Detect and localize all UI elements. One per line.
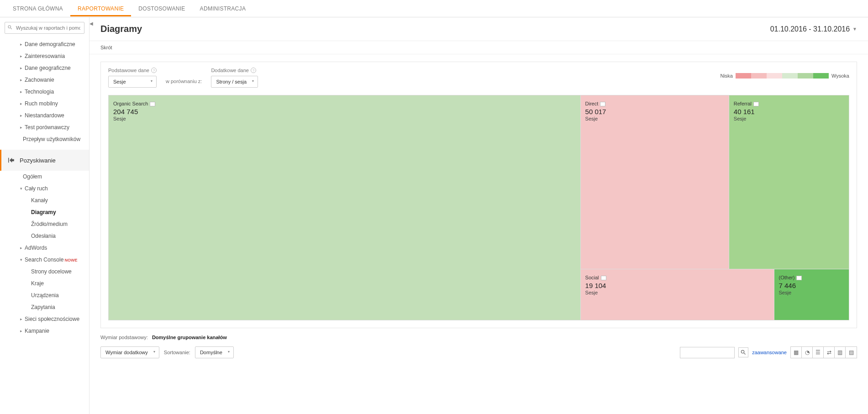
nav-reporting[interactable]: RAPORTOWANIE <box>70 1 131 16</box>
nav-home[interactable]: STRONA GŁÓWNA <box>5 1 70 16</box>
sidebar-item-landing-pages[interactable]: Strony docelowe <box>0 266 89 278</box>
sidebar-item-custom[interactable]: Niestandardowe <box>0 110 89 121</box>
treemap-chart: Organic Search 204 745 Sesje Direct 50 0… <box>108 95 849 320</box>
primary-metric-label: Podstawowe dane ? <box>108 68 157 73</box>
color-legend: Niska Wysoka <box>720 73 849 82</box>
view-mode-buttons: ▦ ◔ ☰ ⇄ ▥ ▤ <box>790 346 857 358</box>
search-button[interactable] <box>738 347 748 357</box>
filter-input[interactable] <box>680 347 735 358</box>
sidebar-item-referrals[interactable]: Odesłania <box>0 230 89 242</box>
sidebar-item-queries[interactable]: Zapytania <box>0 301 89 313</box>
view-pivot-icon[interactable]: ▥ <box>835 347 846 358</box>
top-navigation: STRONA GŁÓWNA RAPORTOWANIE DOSTOSOWANIE … <box>0 0 868 17</box>
compare-label: w porównaniu z: <box>166 79 202 88</box>
new-badge: NOWE <box>64 258 77 262</box>
sidebar-item-mobile[interactable]: Ruch mobilny <box>0 98 89 110</box>
cell-checkbox[interactable] <box>601 276 606 280</box>
treemap-cell-other[interactable]: (Other) 7 446 Sesje <box>774 269 849 320</box>
treemap-cell-direct[interactable]: Direct 50 017 Sesje <box>581 95 729 269</box>
sidebar-item-devices[interactable]: Urządzenia <box>0 289 89 301</box>
chevron-down-icon: ▼ <box>852 26 857 31</box>
date-range-picker[interactable]: 01.10.2016 - 31.10.2016▼ <box>770 25 857 33</box>
shortcut-label[interactable]: Skrót <box>89 41 868 54</box>
sidebar-item-source-medium[interactable]: Źródło/medium <box>0 218 89 230</box>
treemap-cell-social[interactable]: Social 19 104 Sesje <box>581 269 774 320</box>
cell-checkbox[interactable] <box>600 102 605 106</box>
view-bar-icon[interactable]: ☰ <box>813 347 824 358</box>
secondary-metric-dropdown[interactable]: Strony / sesja <box>211 76 258 88</box>
sidebar-item-technology[interactable]: Technologia <box>0 86 89 98</box>
sidebar-item-benchmark[interactable]: Test porównawczy <box>0 121 89 133</box>
sidebar-collapse-handle[interactable]: ◀ <box>89 21 94 26</box>
primary-dimension-value[interactable]: Domyślne grupowanie kanałów <box>152 335 227 340</box>
search-icon <box>7 25 13 30</box>
sort-dropdown[interactable]: Domyślne <box>195 346 234 358</box>
sidebar-item-channels[interactable]: Kanały <box>0 194 89 206</box>
page-title: Diagramy <box>100 24 142 34</box>
view-pie-icon[interactable]: ◔ <box>802 347 813 358</box>
view-compare-icon[interactable]: ⇄ <box>824 347 835 358</box>
treemap-cell-referral[interactable]: Referral 40 161 Sesje <box>729 95 849 269</box>
metric-controls: Podstawowe dane ? Sesje w porównaniu z: … <box>100 62 857 88</box>
view-term-icon[interactable]: ▤ <box>846 347 857 358</box>
sidebar-item-overview[interactable]: Ogółem <box>0 171 89 183</box>
sidebar-item-all-traffic[interactable]: Cały ruch <box>0 183 89 194</box>
nav-admin[interactable]: ADMINISTRACJA <box>193 1 253 16</box>
sidebar-item-interests[interactable]: Zainteresowania <box>0 50 89 62</box>
sort-label: Sortowanie: <box>164 350 190 355</box>
search-icon <box>740 349 747 356</box>
secondary-dimension-dropdown[interactable]: Wymiar dodatkowy <box>100 346 159 358</box>
sidebar-item-countries[interactable]: Kraje <box>0 278 89 289</box>
help-icon[interactable]: ? <box>251 68 256 73</box>
sidebar-item-adwords[interactable]: AdWords <box>0 242 89 254</box>
secondary-metric-label: Dodatkowe dane ? <box>211 68 258 73</box>
sidebar-section-acquisition[interactable]: Pozyskiwanie <box>0 150 89 171</box>
sidebar-item-userflow[interactable]: Przepływ użytkowników <box>0 133 89 145</box>
sidebar-item-demographics[interactable]: Dane demograficzne <box>0 38 89 50</box>
help-icon[interactable]: ? <box>151 68 157 73</box>
primary-dimension-row: Wymiar podstawowy: Domyślne grupowanie k… <box>100 328 857 344</box>
sidebar: ◀ Dane demograficzne Zainteresowania Dan… <box>0 17 89 414</box>
search-input[interactable] <box>5 22 84 34</box>
nav-customization[interactable]: DOSTOSOWANIE <box>131 1 192 16</box>
sidebar-item-social[interactable]: Sieci społecznościowe <box>0 313 89 325</box>
acquisition-icon <box>7 156 15 164</box>
advanced-link[interactable]: zaawansowane <box>752 350 787 355</box>
treemap-cell-organic-search[interactable]: Organic Search 204 745 Sesje <box>109 95 580 320</box>
cell-checkbox[interactable] <box>796 276 802 280</box>
sidebar-item-behavior[interactable]: Zachowanie <box>0 74 89 86</box>
main-content: Diagramy 01.10.2016 - 31.10.2016▼ Skrót … <box>89 17 868 414</box>
view-table-icon[interactable]: ▦ <box>791 347 802 358</box>
cell-checkbox[interactable] <box>753 102 759 106</box>
sidebar-item-geo[interactable]: Dane geograficzne <box>0 62 89 74</box>
sidebar-item-search-console[interactable]: Search ConsoleNOWE <box>0 254 89 266</box>
sidebar-item-campaigns[interactable]: Kampanie <box>0 325 89 337</box>
primary-metric-dropdown[interactable]: Sesje <box>108 76 157 88</box>
cell-checkbox[interactable] <box>150 102 155 106</box>
sidebar-item-treemaps[interactable]: Diagramy <box>0 206 89 218</box>
